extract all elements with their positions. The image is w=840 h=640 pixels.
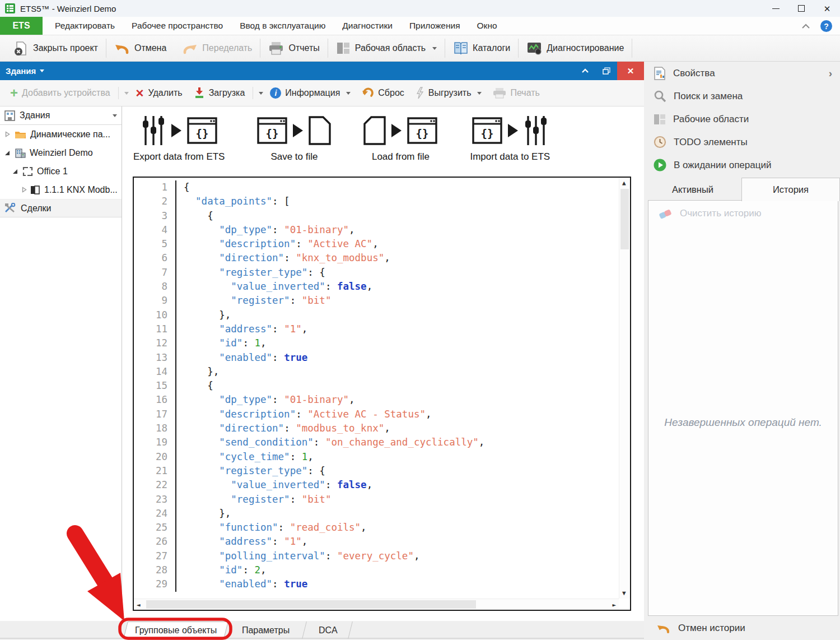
- menu-commissioning[interactable]: Ввод в эксплуатацию: [240, 21, 325, 31]
- help-icon[interactable]: ?: [820, 20, 832, 32]
- tab-dca[interactable]: DCA: [304, 622, 353, 639]
- collapse-ribbon-icon[interactable]: [801, 24, 810, 29]
- load-from-file-action[interactable]: {} Load from file: [363, 113, 437, 163]
- tab-group-objects[interactable]: Групповые объекты: [123, 622, 228, 639]
- maximize-icon: [798, 5, 805, 12]
- minimize-button[interactable]: [763, 0, 788, 17]
- export-data-action[interactable]: {} Export data from ETS: [133, 113, 225, 163]
- action-label: Import data to ETS: [470, 151, 550, 163]
- tree-item-knx-device[interactable]: 1.1.1 KNX Modb...: [0, 180, 122, 199]
- diagnostics-label: Диагностирование: [547, 43, 624, 53]
- tab-active[interactable]: Активный: [644, 178, 741, 201]
- close-project-button[interactable]: Закрыть проект: [6, 35, 106, 61]
- buildings-icon: [4, 110, 15, 121]
- line-number: 8: [134, 280, 176, 294]
- tab-parameters[interactable]: Параметры: [225, 622, 307, 639]
- code-line: 5 "description": "Active AC",: [134, 237, 619, 251]
- workspace-button[interactable]: Рабочая область: [328, 35, 445, 61]
- expand-collapsed-icon[interactable]: [3, 131, 11, 137]
- menu-workspace[interactable]: Рабочее пространство: [132, 21, 223, 31]
- undo-history-icon: [656, 622, 671, 635]
- unload-button[interactable]: Выгрузить: [411, 87, 487, 99]
- menu-apps[interactable]: Приложения: [409, 21, 460, 31]
- tree-item-office-1[interactable]: Office 1: [0, 162, 122, 180]
- tree-header-dropdown-icon[interactable]: [113, 114, 117, 117]
- print-button[interactable]: Печать: [488, 87, 544, 99]
- line-number: 27: [134, 549, 176, 563]
- panel-close-button[interactable]: ✕: [617, 62, 644, 80]
- print-label: Печать: [510, 88, 539, 98]
- expand-collapsed-icon[interactable]: [20, 187, 28, 193]
- scroll-up-icon[interactable]: ▲: [622, 179, 626, 187]
- dca-actions-row: {} Export data from ETS {} Save to file …: [133, 113, 632, 163]
- plus-icon: +: [10, 88, 18, 98]
- tree-item-weinzierl-demo[interactable]: Weinzierl Demo: [0, 143, 122, 162]
- horizontal-scrollbar-thumb[interactable]: [146, 600, 476, 609]
- code-line: 22 "value_inverted": false,: [134, 478, 619, 492]
- horizontal-scrollbar[interactable]: ◄ ►: [134, 599, 619, 610]
- vertical-scrollbar-thumb[interactable]: [620, 189, 629, 249]
- scroll-right-icon[interactable]: ►: [612, 601, 616, 609]
- line-number: 3: [134, 209, 176, 223]
- undo-history-label: Отмен истории: [678, 623, 745, 634]
- download-button[interactable]: Загрузка: [189, 87, 250, 99]
- menu-ets[interactable]: ETS: [0, 17, 43, 35]
- sidebar-item-label: Свойства: [673, 68, 715, 79]
- add-devices-dropdown-icon[interactable]: [124, 92, 129, 95]
- save-to-file-action[interactable]: {} Save to file: [257, 113, 331, 163]
- download-icon: [194, 87, 205, 99]
- tree-footer-trades[interactable]: Сделки: [0, 199, 122, 217]
- reset-button[interactable]: Сброс: [357, 87, 409, 99]
- code-line: 29 "enabled": true: [134, 577, 619, 591]
- sidebar-item-properties[interactable]: Свойства ›: [644, 62, 840, 85]
- line-number: 26: [134, 535, 176, 549]
- close-project-label: Закрыть проект: [33, 43, 98, 53]
- catalogs-button[interactable]: Каталоги: [445, 35, 518, 61]
- line-number: 15: [134, 379, 176, 393]
- reports-button[interactable]: Отчеты: [260, 35, 327, 61]
- add-devices-button[interactable]: + Добавить устройства: [6, 88, 115, 98]
- sidebar-item-pending-operations[interactable]: В ожидании операций: [644, 154, 840, 177]
- line-content: "address": "1",: [176, 535, 307, 549]
- clock-icon: [654, 136, 666, 149]
- line-content: "dp_type": "01-binary",: [176, 393, 355, 407]
- code-line: 23 "register": "bit": [134, 493, 619, 507]
- undo-button[interactable]: Отмена: [106, 35, 174, 61]
- scroll-down-icon[interactable]: ▼: [622, 590, 626, 597]
- maximize-button[interactable]: [788, 0, 814, 17]
- reports-label: Отчеты: [288, 43, 319, 53]
- code-editor[interactable]: 1{2 "data_points": [3 {4 "dp_type": "01-…: [133, 177, 631, 611]
- code-window-icon: {}: [472, 117, 502, 145]
- panel-restore-button[interactable]: [596, 62, 617, 80]
- sidebar-item-workspaces[interactable]: Рабочие области: [644, 108, 840, 131]
- expand-expanded-icon[interactable]: [11, 169, 19, 174]
- menu-window[interactable]: Окно: [477, 21, 497, 31]
- info-button[interactable]: i Информация: [265, 87, 355, 99]
- import-data-action[interactable]: {} Import data to ETS: [470, 113, 550, 163]
- panel-collapse-button[interactable]: [575, 62, 596, 80]
- chevron-down-icon: [432, 47, 437, 50]
- menu-edit[interactable]: Редактировать: [55, 21, 115, 31]
- workspace-icon: [336, 41, 351, 55]
- menu-diagnostics[interactable]: Диагностики: [342, 21, 393, 31]
- delete-button[interactable]: ✕ Удалить: [131, 87, 187, 100]
- tree-header[interactable]: Здания: [0, 106, 122, 125]
- sidebar-item-todo[interactable]: TODO элементы: [644, 131, 840, 154]
- code-line: 3 {: [134, 209, 619, 223]
- diagnostics-button[interactable]: Диагностирование: [519, 35, 632, 61]
- close-button[interactable]: ✕: [814, 0, 840, 17]
- download-dropdown-icon[interactable]: [259, 92, 263, 95]
- line-content: "id": 2,: [176, 563, 267, 577]
- panel-title-dropdown-icon[interactable]: [40, 69, 44, 72]
- scroll-left-icon[interactable]: ◄: [137, 601, 141, 609]
- vertical-scrollbar[interactable]: ▲ ▼: [619, 178, 630, 599]
- clear-history-button[interactable]: Очистить историю: [648, 201, 838, 219]
- tab-history[interactable]: История: [741, 178, 840, 201]
- panel-title[interactable]: Здания: [6, 66, 36, 76]
- expand-expanded-icon[interactable]: [3, 150, 11, 156]
- tree-header-label: Здания: [20, 110, 50, 120]
- tree-item-dynamic-folders[interactable]: Динамические па...: [0, 125, 122, 143]
- sidebar-item-find-replace[interactable]: Поиск и замена: [644, 85, 840, 108]
- redo-button[interactable]: Переделать: [174, 35, 260, 61]
- undo-history-button[interactable]: Отмен истории: [644, 616, 840, 640]
